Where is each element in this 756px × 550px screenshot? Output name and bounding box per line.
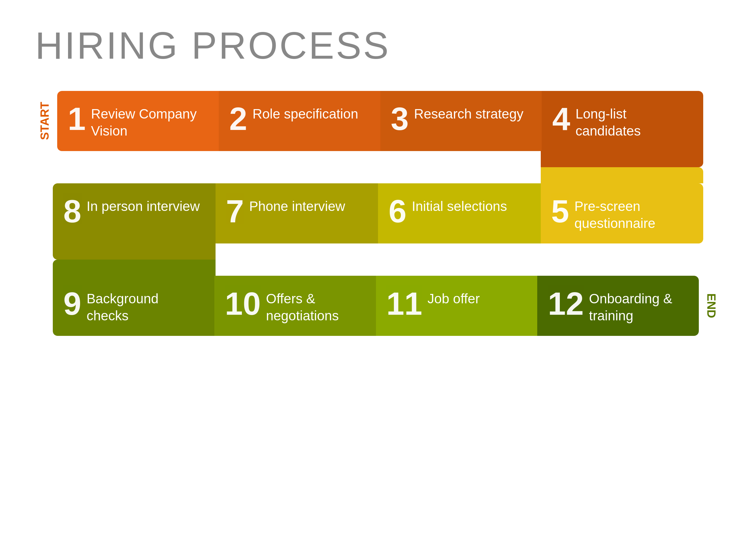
step-6-number: 6 <box>389 195 406 227</box>
step-11-label: Job offer <box>428 287 480 307</box>
step-7: 7 Phone interview <box>216 183 378 243</box>
connector-1-bend <box>541 151 704 183</box>
step-6-label: Initial selections <box>412 195 507 215</box>
step-1-label: Review Company Vision <box>91 103 208 139</box>
step-9: 9 Background checks <box>53 276 214 336</box>
step-8-number: 8 <box>63 195 81 227</box>
step-4-number: 4 <box>552 103 570 135</box>
step-1-number: 1 <box>68 103 86 135</box>
connector-2 <box>35 243 721 276</box>
start-label: START <box>35 102 54 140</box>
step-7-number: 7 <box>226 195 244 227</box>
step-8: 8 In person interview <box>53 183 216 243</box>
diagram-container: START 1 Review Company Vision 2 Role spe… <box>35 91 721 527</box>
step-5: 5 Pre-screen questionnaire <box>541 183 704 243</box>
step-4: 4 Long-list candidates <box>542 91 703 151</box>
step-10-label: Offers & negotiations <box>266 287 365 324</box>
step-8-label: In person interview <box>87 195 200 215</box>
step-3-label: Research strategy <box>414 103 523 123</box>
connector-2-bend <box>53 243 216 276</box>
step-3-number: 3 <box>391 103 409 135</box>
step-10-number: 10 <box>225 287 261 320</box>
row-3-wrapper: 9 Background checks 10 Offers & negotiat… <box>35 276 721 336</box>
step-10: 10 Offers & negotiations <box>214 276 376 336</box>
step-12: 12 Onboarding & training <box>537 276 699 336</box>
row-1: 1 Review Company Vision 2 Role specifica… <box>57 91 703 151</box>
step-4-label: Long-list candidates <box>575 103 693 139</box>
step-2-label: Role specification <box>252 103 358 123</box>
row-2: 8 In person interview 7 Phone interview … <box>53 183 703 243</box>
step-1: 1 Review Company Vision <box>57 91 219 151</box>
step-9-label: Background checks <box>87 287 204 324</box>
step-5-label: Pre-screen questionnaire <box>574 195 693 232</box>
step-6: 6 Initial selections <box>378 183 541 243</box>
step-11: 11 Job offer <box>376 276 538 336</box>
end-label: END <box>702 293 721 318</box>
step-5-number: 5 <box>551 195 569 227</box>
step-7-label: Phone interview <box>249 195 345 215</box>
page-title: HIRING PROCESS <box>35 23 721 67</box>
step-12-number: 12 <box>548 287 584 320</box>
step-2: 2 Role specification <box>219 91 380 151</box>
step-3: 3 Research strategy <box>380 91 542 151</box>
row-1-wrapper: START 1 Review Company Vision 2 Role spe… <box>35 91 721 151</box>
row-3: 9 Background checks 10 Offers & negotiat… <box>53 276 699 336</box>
step-2-number: 2 <box>229 103 247 135</box>
step-9-number: 9 <box>63 287 81 320</box>
step-12-label: Onboarding & training <box>589 287 688 324</box>
connector-1 <box>35 151 721 183</box>
row-2-wrapper: 8 In person interview 7 Phone interview … <box>35 183 721 243</box>
step-11-number: 11 <box>387 287 422 320</box>
